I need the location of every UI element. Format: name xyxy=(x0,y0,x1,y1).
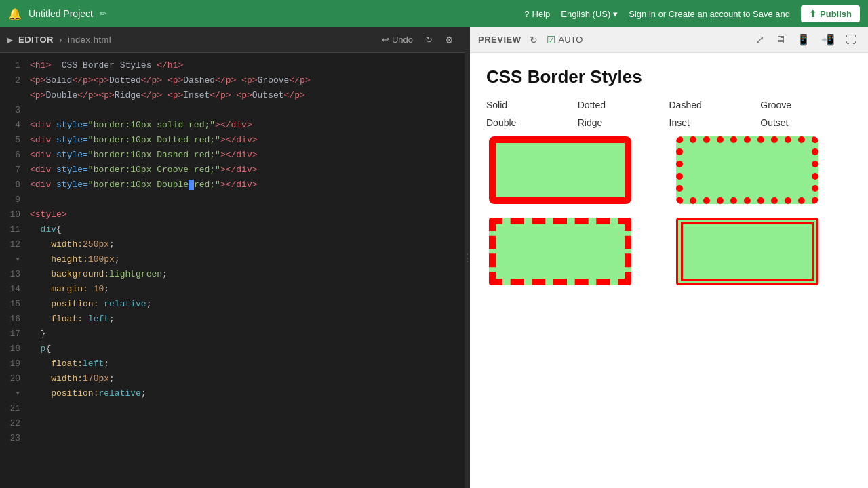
label-dotted: Dotted xyxy=(578,98,669,112)
top-nav: 🔔 Untitled Project ✏ ? Help English (US)… xyxy=(0,0,868,27)
preview-mobile-icon[interactable]: 📲 xyxy=(818,31,838,48)
label-ridge: Ridge xyxy=(578,116,669,129)
border-labels-row2: Double Ridge Inset Outset xyxy=(486,116,852,129)
preview-tab-label: PREVIEW xyxy=(478,35,521,45)
preview-tablet-icon[interactable]: 📱 xyxy=(793,31,814,48)
play-icon: ▶ xyxy=(7,35,13,45)
code-editor[interactable]: <h1> CSS Border Styles </h1> <p>Solid</p… xyxy=(24,53,465,488)
chevron-down-icon: ▾ xyxy=(613,9,618,19)
main-area: ▶ EDITOR › index.html ↩ Undo ↻ ⚙ xyxy=(0,27,868,488)
auto-checkbox-checked: ☑ xyxy=(547,34,555,46)
edit-icon[interactable]: ✏ xyxy=(100,9,106,18)
label-outset: Outset xyxy=(760,116,852,129)
preview-refresh-button[interactable]: ↻ xyxy=(526,33,541,47)
help-button[interactable]: ? Help xyxy=(524,9,550,19)
nav-right: ? Help English (US) ▾ Sign in or Create … xyxy=(524,5,860,22)
box-dotted xyxy=(676,136,818,204)
language-button[interactable]: English (US) ▾ xyxy=(561,9,618,19)
question-icon: ? xyxy=(524,9,529,19)
line-numbers: 1 2 3 4 5 6 7 8 9 10 11 12 ▾ 13 14 15 16… xyxy=(0,53,24,488)
auto-label: AUTO xyxy=(558,35,583,45)
redo-button[interactable]: ↻ xyxy=(421,32,437,47)
gear-icon: ⚙ xyxy=(445,35,454,45)
preview-title: CSS Border Styles xyxy=(486,66,852,87)
box-dashed xyxy=(489,218,631,285)
auto-checkbox-container[interactable]: ☑ AUTO xyxy=(547,34,583,46)
signin-link[interactable]: Sign in xyxy=(629,9,656,19)
preview-expand-icon[interactable]: ⤢ xyxy=(752,31,768,48)
editor-panel: ▶ EDITOR › index.html ↩ Undo ↻ ⚙ xyxy=(0,27,465,488)
code-area[interactable]: 1 2 3 4 5 6 7 8 9 10 11 12 ▾ 13 14 15 16… xyxy=(0,53,465,488)
publish-button[interactable]: ⬆ Publish xyxy=(801,5,860,22)
box-solid xyxy=(489,136,631,204)
border-boxes xyxy=(486,134,852,288)
undo-icon: ↩ xyxy=(382,35,389,45)
preview-desktop-icon[interactable]: 🖥 xyxy=(772,32,789,48)
toolbar-actions: ↩ Undo ↻ ⚙ xyxy=(378,32,458,48)
preview-content: CSS Border Styles Solid Dotted Dashed Gr… xyxy=(470,53,868,488)
undo-button[interactable]: ↩ Undo xyxy=(378,32,417,47)
border-labels-row1: Solid Dotted Dashed Groove xyxy=(486,98,852,112)
preview-panel: PREVIEW ↻ ☑ AUTO ⤢ 🖥 📱 📲 ⛶ CSS Border St… xyxy=(470,27,868,488)
preview-toolbar-right: ⤢ 🖥 📱 📲 ⛶ xyxy=(752,31,860,48)
preview-fullscreen-icon[interactable]: ⛶ xyxy=(842,32,860,48)
editor-tab-label: EDITOR › index.html xyxy=(18,35,111,45)
label-groove: Groove xyxy=(760,98,852,112)
auth-text: Sign in or Create an account to Save and xyxy=(629,9,790,19)
label-solid: Solid xyxy=(486,98,578,112)
box-double xyxy=(676,218,818,285)
resize-handle[interactable] xyxy=(465,27,470,488)
settings-button[interactable]: ⚙ xyxy=(441,32,458,48)
project-title: Untitled Project xyxy=(28,8,93,19)
redo-icon: ↻ xyxy=(425,35,433,45)
editor-toolbar: ▶ EDITOR › index.html ↩ Undo ↻ ⚙ xyxy=(0,27,465,53)
publish-icon: ⬆ xyxy=(809,9,816,19)
preview-toolbar: PREVIEW ↻ ☑ AUTO ⤢ 🖥 📱 📲 ⛶ xyxy=(470,27,868,53)
bell-icon: 🔔 xyxy=(8,7,22,20)
label-inset: Inset xyxy=(669,116,761,129)
label-dashed: Dashed xyxy=(669,98,761,112)
create-account-link[interactable]: Create an account xyxy=(669,9,741,19)
label-double: Double xyxy=(486,116,578,129)
